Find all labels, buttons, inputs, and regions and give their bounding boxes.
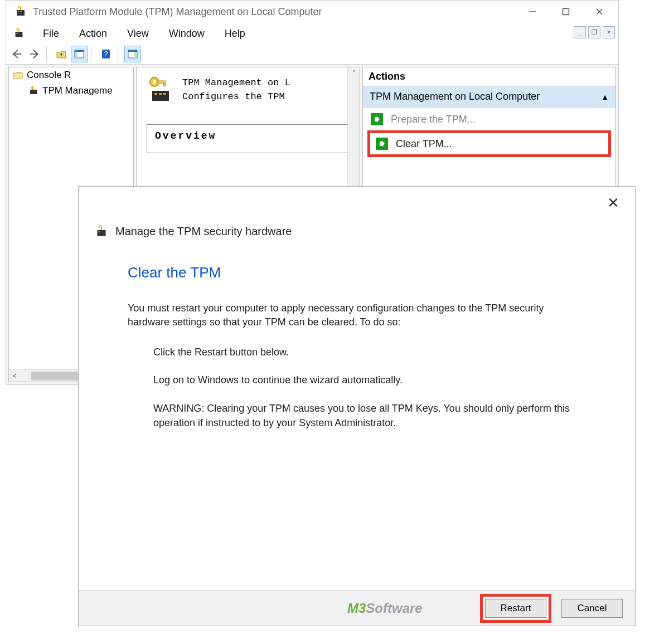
watermark-software: Software <box>366 601 422 616</box>
svg-text:?: ? <box>104 50 108 58</box>
toolbar-separator <box>91 46 94 62</box>
svg-rect-25 <box>163 84 166 86</box>
svg-rect-16 <box>134 52 137 58</box>
svg-rect-2 <box>20 11 22 12</box>
tree-root[interactable]: Console R <box>9 67 133 83</box>
svg-rect-1 <box>18 11 20 12</box>
menu-action[interactable]: Action <box>69 26 117 42</box>
dialog-heading: Clear the TPM <box>128 264 602 281</box>
action-prepare-tpm[interactable]: Prepare the TPM... <box>363 108 615 131</box>
menubar: File Action View Window Help _ ❐ × <box>6 23 618 44</box>
watermark: M3Software <box>347 601 423 616</box>
highlight-restart: Restart <box>480 594 551 623</box>
arrow-right-icon <box>376 138 388 150</box>
svg-rect-27 <box>99 231 100 232</box>
maximize-button[interactable] <box>549 1 583 23</box>
menu-view[interactable]: View <box>117 26 159 42</box>
overview-section: Overview <box>147 124 350 153</box>
show-hide-action-button[interactable] <box>124 46 141 62</box>
cancel-button[interactable]: Cancel <box>561 599 623 618</box>
mdi-close-button[interactable]: × <box>603 26 615 38</box>
details-header: TPM Management on L Configures the TPM <box>137 67 360 112</box>
overview-title: Overview <box>155 130 341 142</box>
dialog-title-row: Manage the TPM security hardware <box>79 214 635 238</box>
dialog-close-button[interactable]: ✕ <box>602 192 625 214</box>
forward-button[interactable] <box>26 46 43 62</box>
action-clear-label: Clear TPM... <box>396 138 452 150</box>
svg-rect-24 <box>158 81 166 84</box>
svg-point-23 <box>153 80 156 84</box>
help-button[interactable]: ? <box>98 46 114 62</box>
action-clear-tpm[interactable]: Clear TPM... <box>372 135 606 152</box>
dialog-steps: Click the Restart button below. Log on t… <box>128 345 602 430</box>
svg-rect-8 <box>16 33 18 34</box>
svg-rect-4 <box>563 9 569 15</box>
svg-rect-20 <box>159 93 162 95</box>
svg-rect-17 <box>30 90 37 94</box>
actions-group-header[interactable]: TPM Management on Local Computer ▲ <box>363 86 615 108</box>
svg-rect-15 <box>128 50 137 52</box>
actions-header: Actions <box>363 67 615 86</box>
dialog-footer: M3Software Restart Cancel <box>79 590 635 626</box>
details-line1: TPM Management on L <box>182 76 290 90</box>
window-controls <box>516 1 616 23</box>
restart-button[interactable]: Restart <box>485 599 546 618</box>
svg-rect-10 <box>75 50 84 52</box>
svg-rect-19 <box>154 93 157 95</box>
dialog-step-warning: WARNING: Clearing your TPM causes you to… <box>153 401 602 430</box>
scrollbar-thumb[interactable] <box>31 372 81 380</box>
menu-window[interactable]: Window <box>159 26 215 42</box>
tpm-chip-icon <box>28 85 39 96</box>
svg-rect-11 <box>75 52 77 58</box>
tpm-chip-icon <box>13 27 25 40</box>
mdi-restore-button[interactable]: ❐ <box>588 26 600 38</box>
menu-file[interactable]: File <box>33 26 69 42</box>
tpm-chip-icon <box>14 5 27 18</box>
mdi-minimize-button[interactable]: _ <box>574 26 586 38</box>
close-button[interactable] <box>583 1 616 23</box>
dialog-step-2: Log on to Windows to continue the wizard… <box>153 373 602 387</box>
arrow-right-icon <box>371 113 383 125</box>
svg-rect-21 <box>163 93 166 95</box>
toolbar-separator <box>118 46 121 62</box>
menu-help[interactable]: Help <box>215 26 255 42</box>
dialog-step-1: Click the Restart button below. <box>153 345 602 359</box>
toolbar: ? <box>6 44 618 64</box>
dialog-title: Manage the TPM security hardware <box>115 225 292 238</box>
show-hide-tree-button[interactable] <box>71 46 88 62</box>
dialog-paragraph: You must restart your computer to apply … <box>128 301 546 329</box>
details-header-text: TPM Management on L Configures the TPM <box>182 76 290 104</box>
tree-item-label: TPM Manageme <box>42 85 113 96</box>
svg-rect-18 <box>152 91 169 101</box>
up-folder-button[interactable] <box>53 46 70 62</box>
svg-rect-0 <box>17 10 25 16</box>
highlight-clear-tpm: Clear TPM... <box>367 130 611 157</box>
svg-rect-26 <box>97 230 105 236</box>
scroll-left-icon[interactable]: < <box>9 370 20 382</box>
minimize-button[interactable] <box>516 1 549 23</box>
toolbar-separator <box>46 46 50 62</box>
mdi-controls: _ ❐ × <box>574 26 615 38</box>
scroll-up-icon[interactable]: ˄ <box>348 67 360 80</box>
action-prepare-label: Prepare the TPM... <box>391 114 476 125</box>
details-line2: Configures the TPM <box>182 90 290 104</box>
dialog-body: Clear the TPM You must restart your comp… <box>79 238 635 430</box>
folder-icon <box>12 70 23 81</box>
titlebar: Trusted Platform Module (TPM) Management… <box>6 1 618 23</box>
actions-group-label: TPM Management on Local Computer <box>370 91 540 103</box>
tree-item-tpm[interactable]: TPM Manageme <box>9 83 133 99</box>
tree-root-label: Console R <box>27 70 71 81</box>
dialog-titlebar: ✕ <box>79 187 635 214</box>
watermark-m3: M3 <box>347 601 366 616</box>
svg-rect-7 <box>16 32 23 37</box>
clear-tpm-dialog: ✕ Manage the TPM security hardware Clear… <box>78 186 636 626</box>
window-title: Trusted Platform Module (TPM) Management… <box>33 6 516 18</box>
tpm-chip-icon <box>94 224 109 238</box>
collapse-icon: ▲ <box>601 92 609 101</box>
back-button[interactable] <box>8 46 25 62</box>
key-chip-icon <box>144 75 173 104</box>
